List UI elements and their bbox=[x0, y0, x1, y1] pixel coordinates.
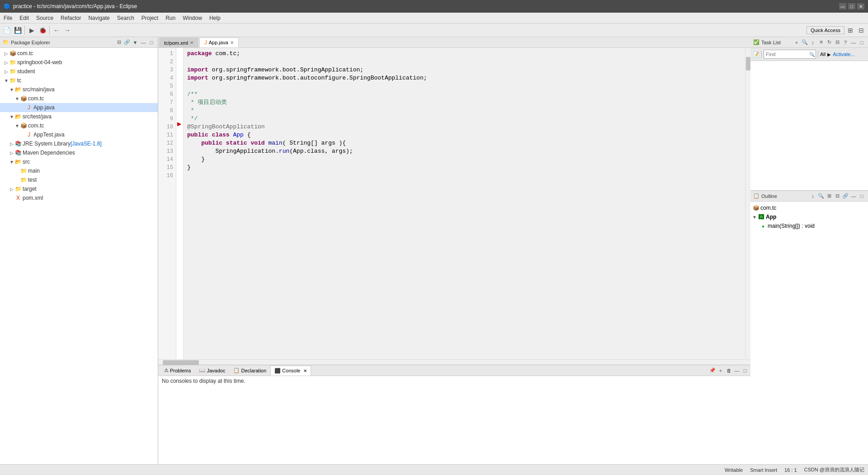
maximize-panel-button[interactable]: □ bbox=[148, 39, 155, 46]
tree-arrow-student[interactable]: ▷ bbox=[4, 69, 9, 74]
tree-item-springboot[interactable]: ▷ 📁 springboot-04-web bbox=[0, 58, 158, 67]
tb-forward[interactable]: → bbox=[62, 25, 72, 35]
task-filter-button[interactable]: 🔍 bbox=[801, 39, 808, 46]
minimize-panel-button[interactable]: — bbox=[140, 39, 147, 46]
line-num-3: 3 bbox=[158, 66, 173, 74]
tab-problems[interactable]: ⚠ Problems bbox=[160, 366, 195, 376]
task-add-button[interactable]: 📝 bbox=[752, 51, 760, 58]
menu-file[interactable]: File bbox=[0, 14, 16, 22]
outline-link-button[interactable]: 🔗 bbox=[842, 193, 849, 200]
tab-javadoc[interactable]: 📖 Javadoc bbox=[195, 366, 229, 376]
panel-menu-button[interactable]: ▼ bbox=[132, 39, 139, 46]
tb-debug[interactable]: 🐞 bbox=[38, 25, 47, 35]
outline-expand-button[interactable]: ⊞ bbox=[826, 193, 833, 200]
tree-item-src-test[interactable]: ▼ 📂 src/test/java bbox=[0, 112, 158, 121]
bottom-minimize[interactable]: — bbox=[733, 367, 741, 374]
tree-arrow-springboot[interactable]: ▷ bbox=[4, 60, 9, 65]
tree-item-apptest-java[interactable]: J AppTest.java bbox=[0, 130, 158, 139]
outline-minimize-button[interactable]: — bbox=[850, 193, 857, 200]
outline-sort-button[interactable]: ↕ bbox=[809, 193, 816, 200]
task-delete-button[interactable]: ✕ bbox=[817, 39, 825, 46]
tree-item-jre[interactable]: ▷ 📚 JRE System Library [JavaSE-1.8] bbox=[0, 139, 158, 148]
tb-view[interactable]: ⊟ bbox=[856, 25, 866, 35]
tree-item-com-tc-main[interactable]: ▼ 📦 com.tc bbox=[0, 94, 158, 103]
bottom-clear[interactable]: 🗑 bbox=[725, 367, 732, 374]
task-maximize-button[interactable]: □ bbox=[858, 39, 865, 46]
tab-app-java[interactable]: J App.java ✕ bbox=[199, 38, 238, 47]
tree-item-target[interactable]: ▷ 📁 target bbox=[0, 184, 158, 193]
vscroll-thumb[interactable] bbox=[746, 57, 750, 71]
outline-item-com-tc[interactable]: 📦 com.tc bbox=[752, 203, 866, 212]
menu-refactor[interactable]: Refactor bbox=[57, 14, 85, 22]
bottom-pin-button[interactable]: 📌 bbox=[709, 367, 716, 374]
task-activate-label[interactable]: Activate... bbox=[833, 52, 854, 57]
outline-item-main[interactable]: ● main(String[]) : void bbox=[752, 221, 866, 230]
outline-item-app[interactable]: ▼ 🅰 App bbox=[752, 212, 866, 221]
maximize-button[interactable]: □ bbox=[848, 3, 855, 9]
menu-window[interactable]: Window bbox=[179, 14, 206, 22]
tab-declaration[interactable]: 📋 Declaration bbox=[229, 366, 270, 376]
tb-perspective[interactable]: ⊞ bbox=[845, 25, 855, 35]
tree-item-app-java[interactable]: J App.java bbox=[0, 103, 158, 112]
tab-app-java-close[interactable]: ✕ bbox=[230, 40, 234, 45]
menu-run[interactable]: Run bbox=[162, 14, 179, 22]
tree-arrow-com-tc-main[interactable]: ▼ bbox=[14, 96, 20, 101]
tree-item-student[interactable]: ▷ 📁 student bbox=[0, 67, 158, 76]
horizontal-scrollbar[interactable] bbox=[158, 359, 750, 365]
tree-arrow-src[interactable]: ▼ bbox=[9, 160, 14, 165]
hscroll-thumb[interactable] bbox=[163, 360, 199, 365]
task-sort-button[interactable]: ↕ bbox=[809, 39, 816, 46]
tree-arrow-maven[interactable]: ▷ bbox=[9, 150, 14, 155]
minimize-button[interactable]: — bbox=[839, 3, 846, 9]
tree-item-main[interactable]: 📁 main bbox=[0, 166, 158, 175]
tab-console-close[interactable]: ✕ bbox=[303, 368, 307, 373]
tree-arrow-com-tc[interactable]: ▷ bbox=[4, 51, 9, 56]
bottom-maximize[interactable]: □ bbox=[741, 367, 749, 374]
tree-item-pom[interactable]: X pom.xml bbox=[0, 193, 158, 202]
menu-search[interactable]: Search bbox=[113, 14, 138, 22]
outline-panel: 📋 Outline ↕ 🔍 ⊞ ⊟ 🔗 — □ 📦 com.tc bbox=[750, 191, 868, 464]
tree-arrow-target[interactable]: ▷ bbox=[9, 187, 14, 192]
tree-item-src[interactable]: ▼ 📂 src bbox=[0, 157, 158, 166]
tree-item-maven[interactable]: ▷ 📚 Maven Dependencies bbox=[0, 148, 158, 157]
task-refresh-button[interactable]: ↻ bbox=[826, 39, 833, 46]
menu-edit[interactable]: Edit bbox=[16, 14, 33, 22]
tree-item-com-tc-root[interactable]: ▷ 📦 com.tc bbox=[0, 49, 158, 58]
tree-arrow-jre[interactable]: ▷ bbox=[9, 141, 14, 146]
menu-help[interactable]: Help bbox=[206, 14, 224, 22]
menu-project[interactable]: Project bbox=[138, 14, 162, 22]
tab-pom-xml-close[interactable]: ✕ bbox=[190, 40, 193, 45]
menu-navigate[interactable]: Navigate bbox=[85, 14, 113, 22]
tb-new[interactable]: 📄 bbox=[2, 25, 12, 35]
task-search-input[interactable] bbox=[764, 52, 809, 57]
outline-filter-button[interactable]: 🔍 bbox=[817, 193, 825, 200]
tb-run[interactable]: ▶ bbox=[27, 25, 37, 35]
tab-pom-xml[interactable]: tc/pom.xml ✕ bbox=[159, 38, 198, 47]
tab-console[interactable]: ⬛ Console ✕ bbox=[270, 366, 311, 376]
task-help-button[interactable]: ? bbox=[842, 39, 849, 46]
bottom-new-console[interactable]: + bbox=[717, 367, 724, 374]
link-button[interactable]: 🔗 bbox=[123, 39, 131, 46]
tb-save[interactable]: 💾 bbox=[13, 25, 23, 35]
quick-access-button[interactable]: Quick Access bbox=[807, 26, 844, 34]
tree-arrow-tc[interactable]: ▼ bbox=[4, 78, 9, 83]
code-editor[interactable]: package com.tc; import org.springframewo… bbox=[184, 48, 745, 359]
tree-item-src-main[interactable]: ▼ 📂 src/main/java bbox=[0, 85, 158, 94]
tree-arrow-src-test[interactable]: ▼ bbox=[9, 114, 14, 119]
tree-arrow-com-tc-test[interactable]: ▼ bbox=[14, 123, 20, 128]
tree-item-com-tc-test[interactable]: ▼ 📦 com.tc bbox=[0, 121, 158, 130]
tree-item-test[interactable]: 📁 test bbox=[0, 175, 158, 184]
task-search-box[interactable]: 🔍 bbox=[764, 50, 816, 59]
close-button[interactable]: ✕ bbox=[857, 3, 864, 9]
outline-collapse-button[interactable]: ⊟ bbox=[834, 193, 841, 200]
vertical-scrollbar[interactable] bbox=[745, 48, 750, 359]
collapse-all-button[interactable]: ⊟ bbox=[115, 39, 123, 46]
task-new-button[interactable]: + bbox=[793, 39, 800, 46]
task-minimize-button[interactable]: — bbox=[850, 39, 857, 46]
tree-arrow-src-main[interactable]: ▼ bbox=[9, 87, 14, 92]
menu-source[interactable]: Source bbox=[33, 14, 57, 22]
tree-item-tc[interactable]: ▼ 📁 tc bbox=[0, 76, 158, 85]
outline-maximize-button[interactable]: □ bbox=[858, 193, 865, 200]
tb-back[interactable]: ← bbox=[52, 25, 61, 35]
task-collapse-button[interactable]: ⊟ bbox=[834, 39, 841, 46]
